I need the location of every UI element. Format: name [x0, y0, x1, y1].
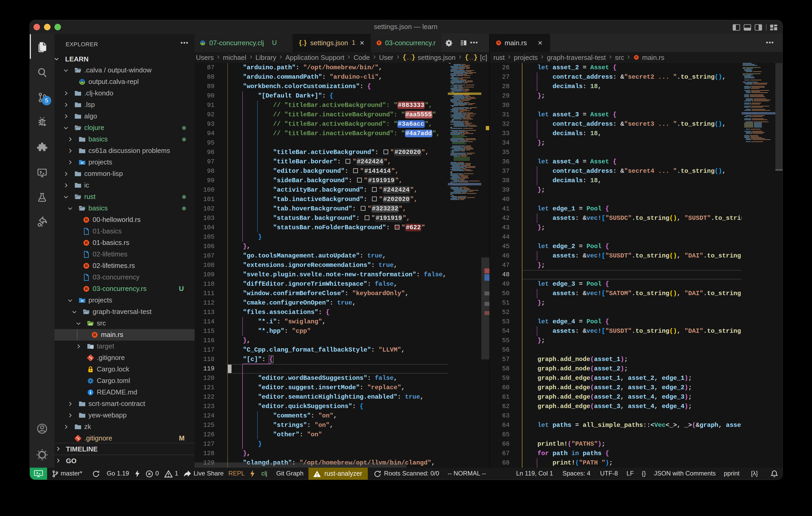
svg-text:R: R — [93, 333, 96, 337]
svg-text:R: R — [85, 217, 88, 222]
svg-text:R: R — [498, 41, 500, 45]
svg-text:R: R — [85, 286, 88, 291]
svg-text:R: R — [378, 41, 380, 45]
svg-text:R: R — [85, 241, 88, 245]
svg-text:R: R — [85, 264, 88, 268]
svg-text:R: R — [635, 55, 638, 59]
